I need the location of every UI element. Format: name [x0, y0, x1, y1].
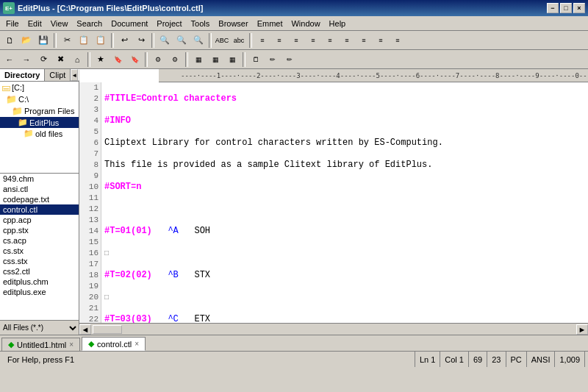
tree-editplus[interactable]: 📁 EditPlus — [0, 117, 79, 128]
file-cpp-acp[interactable]: cpp.acp — [0, 215, 79, 225]
file-css-stx[interactable]: css.stx — [0, 256, 79, 266]
paste-btn[interactable]: 📋 — [93, 32, 109, 49]
menu-document[interactable]: Document — [107, 18, 152, 29]
chart3-btn[interactable]: ▦ — [224, 51, 240, 68]
file-cs-stx[interactable]: cs.stx — [0, 246, 79, 256]
code-view: 1 2 3 4 5 6 7 8 9 10 11 12 13 14 15 16 1… — [79, 82, 588, 323]
scroll-left-btn[interactable]: ◄ — [79, 324, 91, 335]
code-line-3: Cliptext Library for control characters … — [104, 138, 585, 149]
copy-btn[interactable]: 📋 — [76, 32, 92, 49]
btn-extra5[interactable]: ≡ — [322, 32, 338, 49]
new-file-btn[interactable]: 🗋 — [1, 32, 18, 49]
search-btn[interactable]: 🔍 — [157, 32, 173, 49]
file-control-ctl[interactable]: control.ctl — [0, 204, 79, 215]
tab-control-ctl[interactable]: ◆ control.ctl × — [82, 337, 146, 351]
bm2-btn[interactable]: 🔖 — [126, 51, 143, 68]
file-filter-select[interactable]: All Files (*.*) — [0, 321, 79, 335]
horizontal-scrollbar[interactable]: ◄ ► — [79, 323, 588, 335]
count-text: 1,009 — [559, 355, 580, 364]
home-btn[interactable]: ⌂ — [69, 51, 85, 68]
code-line-1: #TITLE=Control characters — [104, 93, 585, 104]
menu-emmet[interactable]: Emmet — [253, 18, 287, 29]
btn-extra3[interactable]: ≡ — [288, 32, 304, 49]
refresh-btn[interactable]: ⟳ — [35, 51, 51, 68]
sep3 — [151, 33, 154, 48]
chart2-btn[interactable]: ▦ — [207, 51, 223, 68]
tab-directory[interactable]: Directory — [0, 69, 45, 81]
status-count: 1,009 — [555, 352, 585, 367]
minimize-button[interactable]: − — [547, 3, 559, 13]
file-codepage-txt[interactable]: codepage.txt — [0, 194, 79, 204]
fav-btn[interactable]: ★ — [93, 51, 109, 68]
undo-btn[interactable]: ↩ — [116, 32, 132, 49]
pen1-btn[interactable]: ✏ — [265, 51, 281, 68]
maximize-button[interactable]: □ — [560, 3, 572, 13]
btn-extra2[interactable]: ≡ — [271, 32, 287, 49]
menu-window[interactable]: Window — [287, 18, 324, 29]
stop-btn[interactable]: ✖ — [52, 51, 68, 68]
line-num-9: 9 — [79, 171, 98, 182]
spell-btn[interactable]: ABC — [214, 32, 230, 49]
save-btn[interactable]: 💾 — [35, 32, 51, 49]
tab-control-close[interactable]: × — [135, 340, 139, 348]
title-bar: E+ EditPlus - [C:\Program Files\EditPlus… — [0, 0, 588, 16]
file-949-chm[interactable]: 949.chm — [0, 174, 79, 184]
tab-untitled1[interactable]: ◆ Untitled1.html × — [1, 338, 80, 351]
sep2 — [111, 33, 114, 48]
tree-drive-c[interactable]: 🖴 [C:] — [0, 82, 79, 93]
btn-extra4[interactable]: ≡ — [305, 32, 321, 49]
directory-tree[interactable]: 🖴 [C:] 📁 C:\ 📁 Program Files 📁 EditPlus … — [0, 82, 79, 173]
file-filter-bar[interactable]: All Files (*.*) — [0, 320, 79, 335]
scroll-thumb[interactable] — [93, 325, 122, 334]
editplus-label: EditPlus — [29, 118, 59, 127]
btn-extra7[interactable]: ≡ — [356, 32, 372, 49]
file-cpp-stx[interactable]: cpp.stx — [0, 225, 79, 235]
menu-help[interactable]: Help — [325, 18, 351, 29]
menu-project[interactable]: Project — [152, 18, 186, 29]
file-css2-ctl[interactable]: css2.ctl — [0, 266, 79, 277]
forward-btn[interactable]: → — [18, 51, 35, 68]
scroll-track[interactable] — [91, 324, 576, 335]
open-file-btn[interactable]: 📂 — [18, 32, 35, 49]
code-editor[interactable]: #TITLE=Control characters #INFO Cliptext… — [101, 82, 588, 323]
spell2-btn[interactable]: abc — [231, 32, 247, 49]
tree-old-files[interactable]: 📁 old files — [0, 128, 79, 139]
line-num-17: 17 — [79, 259, 98, 270]
redo-btn[interactable]: ↪ — [133, 32, 149, 49]
btn-extra1[interactable]: ≡ — [254, 32, 270, 49]
bm1-btn[interactable]: 🔖 — [110, 51, 126, 68]
file-list[interactable]: 949.chm ansi.ctl codepage.txt control.ct… — [0, 173, 79, 320]
btn-extra6[interactable]: ≡ — [339, 32, 355, 49]
menu-edit[interactable]: Edit — [24, 18, 46, 29]
menu-view[interactable]: View — [46, 18, 73, 29]
file-ansi-ctl[interactable]: ansi.ctl — [0, 184, 79, 194]
file-cs-acp[interactable]: cs.acp — [0, 235, 79, 246]
panel-tabs: Directory Clipt ◄ ► — [0, 69, 79, 82]
replace-btn[interactable]: 🔍 — [173, 32, 190, 49]
note-btn[interactable]: 🗒 — [248, 51, 264, 68]
tree-c-root[interactable]: 📁 C:\ — [0, 93, 79, 105]
tree-program-files[interactable]: 📁 Program Files — [0, 105, 79, 117]
line-num-8: 8 — [79, 160, 98, 171]
menu-search[interactable]: Search — [72, 18, 107, 29]
file-editplus-chm[interactable]: editplus.chm — [0, 277, 79, 287]
chart1-btn[interactable]: ▦ — [190, 51, 207, 68]
cut-btn[interactable]: ✂ — [59, 32, 75, 49]
tab-untitled1-close[interactable]: × — [69, 341, 74, 349]
menu-tools[interactable]: Tools — [187, 18, 215, 29]
btn-extra9[interactable]: ≡ — [390, 32, 406, 49]
btn-extra8[interactable]: ≡ — [373, 32, 389, 49]
close-button[interactable]: × — [573, 3, 585, 13]
find-all-btn[interactable]: 🔍 — [190, 32, 207, 49]
tab-cliptext[interactable]: Clipt — [45, 69, 71, 81]
cfg1-btn[interactable]: ⚙ — [150, 51, 166, 68]
tab-untitled1-icon: ◆ — [8, 340, 14, 349]
panel-left-arrow[interactable]: ◄ — [71, 69, 78, 81]
cfg2-btn[interactable]: ⚙ — [167, 51, 183, 68]
back-btn[interactable]: ← — [1, 51, 18, 68]
pen2-btn[interactable]: ✏ — [282, 51, 298, 68]
menu-file[interactable]: File — [1, 18, 24, 29]
file-editplus-exe[interactable]: editplus.exe — [0, 287, 79, 297]
scroll-right-btn[interactable]: ► — [576, 324, 588, 335]
menu-browser[interactable]: Browser — [214, 18, 252, 29]
